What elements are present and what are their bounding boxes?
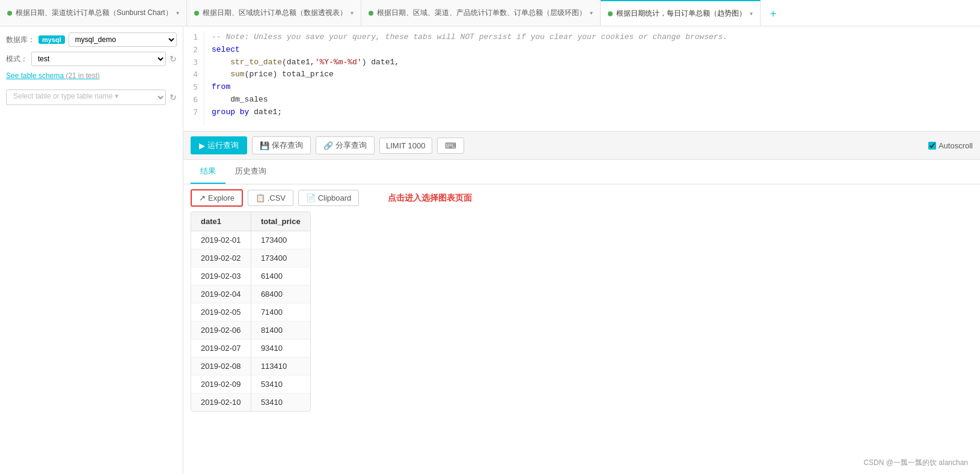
table-header-row: date1 total_price (191, 212, 310, 231)
data-table: date1 total_price 2019-02-011734002019-0… (191, 211, 311, 412)
table-row: 2019-02-0681400 (191, 321, 310, 339)
table-refresh-icon[interactable]: ↻ (170, 93, 177, 102)
col-header-date1: date1 (191, 212, 251, 231)
table-select[interactable] (6, 90, 166, 105)
save-label: 保存查询 (272, 140, 303, 151)
code-line-7: group by date1; (212, 108, 282, 117)
db-row: 数据库： mysql mysql_demo (6, 32, 177, 47)
add-tab-button[interactable]: ＋ (761, 0, 786, 26)
limit-label: LIMIT 1000 (386, 141, 426, 150)
tab-label-4: 根据日期统计，每日订单总额（趋势图） (616, 8, 746, 19)
mode-label: 模式： (6, 54, 28, 64)
tab-label-3: 根据日期、区域、渠道、产品统计订单数、订单总额（层级环图） (377, 8, 586, 18)
refresh-icon[interactable]: ↻ (170, 54, 177, 64)
schema-count: (21 in test) (66, 71, 100, 80)
result-actions: ↗ Explore 📋 .CSV 📄 Clipboard 点击进入选择图表页面 (183, 184, 980, 211)
db-badge: mysql (38, 35, 65, 44)
db-label: 数据库： (6, 35, 35, 45)
share-label: 分享查询 (335, 140, 367, 151)
tab-dot-3 (369, 11, 373, 16)
limit-button[interactable]: LIMIT 1000 (379, 138, 432, 154)
result-tabs: 结果 历史查询 (183, 160, 980, 184)
annotation-text: 点击进入选择图表页面 (388, 193, 472, 204)
code-line-3: str_to_date(date1,'%Y-%m-%d') date1, (212, 58, 399, 67)
code-line-4: sum(price) total_price (212, 70, 334, 79)
save-icon: 💾 (260, 141, 269, 150)
line-numbers: 1 2 3 4 5 6 7 (183, 31, 204, 126)
table-row: 2019-02-02173400 (191, 249, 310, 267)
autoscroll-label[interactable]: Autoscroll (928, 141, 973, 150)
autoscroll-checkbox[interactable] (928, 142, 936, 150)
tab-result[interactable]: 结果 (191, 160, 225, 184)
chevron-down-icon-4: ▾ (750, 10, 753, 17)
code-line-5: from (212, 82, 230, 91)
table-row: 2019-02-0571400 (191, 303, 310, 321)
tab-trend[interactable]: 根据日期统计，每日订单总额（趋势图） ▾ (601, 0, 761, 26)
table-row: 2019-02-01173400 (191, 231, 310, 249)
table-row: 2019-02-0793410 (191, 339, 310, 357)
clipboard-button[interactable]: 📄 Clipboard (298, 190, 359, 206)
table-row: 2019-02-08113410 (191, 357, 310, 375)
sidebar: 数据库： mysql mysql_demo 模式： test ↻ See tab… (0, 26, 183, 474)
schema-link[interactable]: See table schema (21 in test) (6, 71, 100, 80)
db-select[interactable]: mysql_demo (69, 32, 177, 47)
run-label: 运行查询 (207, 140, 239, 151)
code-line-1: -- Note: Unless you save your query, the… (212, 32, 727, 41)
code-content[interactable]: -- Note: Unless you save your query, the… (204, 31, 980, 126)
chevron-down-icon-3: ▾ (590, 10, 593, 16)
csv-button[interactable]: 📋 .CSV (248, 190, 293, 206)
tab-pivot[interactable]: 根据日期、区域统计订单总额（数据透视表） ▾ (187, 0, 361, 26)
tab-label-1: 根据日期、渠道统计订单总额（Sunburst Chart） (16, 8, 173, 18)
result-actions-container: ↗ Explore 📋 .CSV 📄 Clipboard 点击进入选择图表页面 (183, 184, 980, 211)
code-line-6: dm_sales (212, 95, 268, 104)
results-area: 结果 历史查询 ↗ Explore 📋 .CSV (183, 160, 980, 474)
autoscroll-container: Autoscroll (928, 141, 973, 150)
share-query-button[interactable]: 🔗 分享查询 (316, 136, 375, 154)
tab-label-2: 根据日期、区域统计订单总额（数据透视表） (203, 8, 347, 18)
mode-row: 模式： test ↻ (6, 52, 177, 66)
table-row: 2019-02-0468400 (191, 285, 310, 303)
explore-label: Explore (208, 193, 234, 202)
run-query-button[interactable]: ▶ 运行查询 (191, 136, 247, 154)
explore-button[interactable]: ↗ Explore (191, 189, 243, 207)
tab-dot-4 (608, 11, 613, 16)
table-row: 2019-02-0361400 (191, 267, 310, 285)
tab-hierarchy[interactable]: 根据日期、区域、渠道、产品统计订单数、订单总额（层级环图） ▾ (361, 0, 601, 26)
code-editor[interactable]: 1 2 3 4 5 6 7 -- Note: Unless you save y… (183, 26, 980, 132)
save-query-button[interactable]: 💾 保存查询 (252, 136, 311, 154)
keyboard-icon: ⌨ (445, 141, 456, 150)
explore-icon: ↗ (199, 193, 206, 202)
tab-dot-1 (7, 11, 12, 16)
col-header-total-price: total_price (251, 212, 310, 231)
tab-sunburst[interactable]: 根据日期、渠道统计订单总额（Sunburst Chart） ▾ (0, 0, 187, 26)
mode-select[interactable]: test (31, 52, 166, 66)
table-row: 2019-02-0953410 (191, 375, 310, 393)
footer: CSDN @一瓢一瓢的饮 alanchan (863, 458, 968, 468)
clipboard-icon: 📄 (306, 193, 316, 202)
csv-label: .CSV (268, 193, 286, 202)
toolbar: ▶ 运行查询 💾 保存查询 🔗 分享查询 LIMIT 1000 ⌨ Autosc… (183, 132, 980, 160)
tab-bar: 根据日期、渠道统计订单总额（Sunburst Chart） ▾ 根据日期、区域统… (0, 0, 980, 26)
clipboard-label: Clipboard (318, 193, 352, 202)
chevron-down-icon-2: ▾ (351, 10, 354, 16)
tab-dot-2 (194, 11, 199, 16)
run-icon: ▶ (199, 141, 205, 150)
main-layout: 数据库： mysql mysql_demo 模式： test ↻ See tab… (0, 26, 980, 474)
keyboard-button[interactable]: ⌨ (437, 138, 464, 154)
share-icon: 🔗 (323, 141, 333, 150)
csv-icon: 📋 (256, 193, 265, 202)
content-area: 1 2 3 4 5 6 7 -- Note: Unless you save y… (183, 26, 980, 474)
chevron-down-icon-1: ▾ (176, 10, 179, 16)
code-line-2: select (212, 45, 240, 54)
table-select-row: ↻ (6, 90, 177, 105)
tab-history[interactable]: 历史查询 (225, 160, 276, 184)
table-row: 2019-02-1053410 (191, 393, 310, 412)
